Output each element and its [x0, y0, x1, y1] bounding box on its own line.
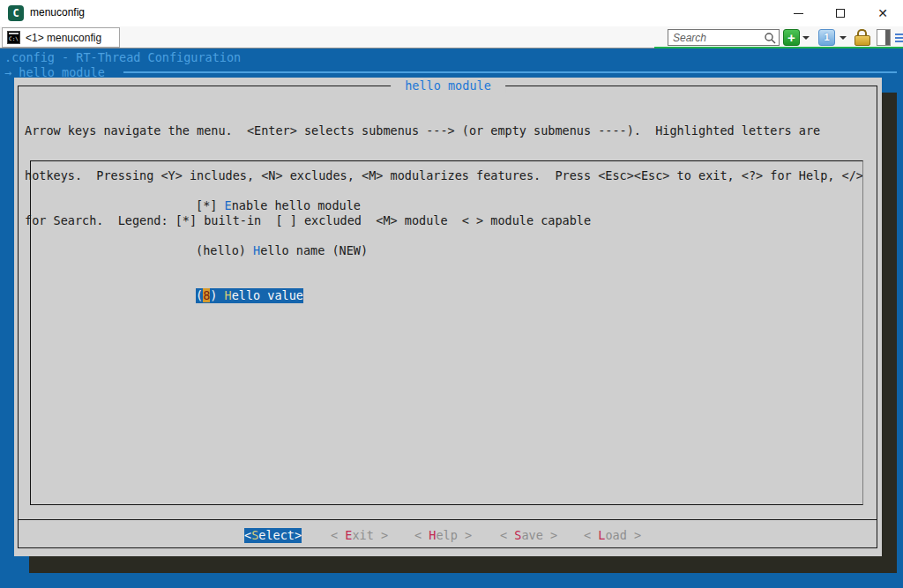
dialog-shadow-bottom	[29, 555, 897, 573]
menuconfig-dialog: hello module Arrow keys navigate the men…	[14, 78, 882, 556]
save-button[interactable]: < Save >	[500, 528, 557, 543]
search-input[interactable]	[671, 30, 761, 45]
new-console-button[interactable]: +	[783, 29, 800, 46]
hotkey-letter: E	[225, 198, 232, 212]
titlebar[interactable]: C menuconfig ✕	[0, 0, 903, 26]
lock-body	[854, 35, 870, 46]
console-number-button[interactable]: 1	[818, 29, 835, 46]
help-button[interactable]: < Help >	[414, 528, 472, 543]
tab-label: <1> menuconfig	[26, 32, 101, 44]
maximize-icon	[836, 9, 845, 18]
breadcrumb-rule	[123, 71, 897, 73]
hotkey-letter: H	[225, 288, 232, 302]
minimize-icon	[794, 13, 803, 14]
select-button[interactable]: <Select>	[244, 528, 302, 543]
menu-items: [*] Enable hello module (hello) Hello na…	[196, 168, 368, 333]
exit-button[interactable]: < Exit >	[331, 528, 388, 543]
conemu-window: C menuconfig ✕ C:\ <1> menuconfig + 1	[0, 0, 903, 588]
search-icon	[764, 32, 776, 44]
hotkey-letter: H	[253, 243, 260, 257]
close-icon: ✕	[877, 7, 888, 19]
window-title: menuconfig	[30, 6, 85, 19]
console-list-dropdown-icon[interactable]	[840, 36, 847, 40]
maximize-button[interactable]	[821, 0, 860, 26]
menu-item-hello-name[interactable]: (hello) Hello name (NEW)	[196, 243, 368, 258]
hamburger-menu-icon[interactable]	[895, 33, 903, 44]
lock-icon[interactable]	[854, 29, 870, 46]
conemu-app-icon: C	[8, 5, 24, 21]
terminal[interactable]: .config - RT-Thread Configuration → hell…	[0, 48, 903, 588]
menu-item-enable-hello-module[interactable]: [*] Enable hello module	[196, 198, 368, 213]
menu-item-hello-value-selected[interactable]: (8) Hello value	[196, 288, 368, 303]
new-console-dropdown-icon[interactable]	[802, 36, 810, 40]
search-box[interactable]	[668, 29, 780, 46]
dialog-title: hello module	[391, 78, 505, 93]
minimize-button[interactable]	[779, 0, 817, 26]
instructions-line-1: Arrow keys navigate the menu. <Enter> se…	[25, 123, 863, 138]
scroll-toggle-icon[interactable]	[877, 29, 891, 46]
tabbar: C:\ <1> menuconfig + 1	[0, 26, 903, 48]
close-button[interactable]: ✕	[863, 0, 902, 26]
load-button[interactable]: < Load >	[584, 528, 641, 543]
menu-list-box	[30, 160, 863, 505]
dialog-shadow-right	[882, 93, 897, 573]
button-separator	[19, 519, 877, 520]
config-header-line: .config - RT-Thread Configuration	[4, 50, 241, 65]
tab-menuconfig[interactable]: C:\ <1> menuconfig	[2, 27, 120, 48]
cmd-console-icon: C:\	[7, 31, 20, 44]
